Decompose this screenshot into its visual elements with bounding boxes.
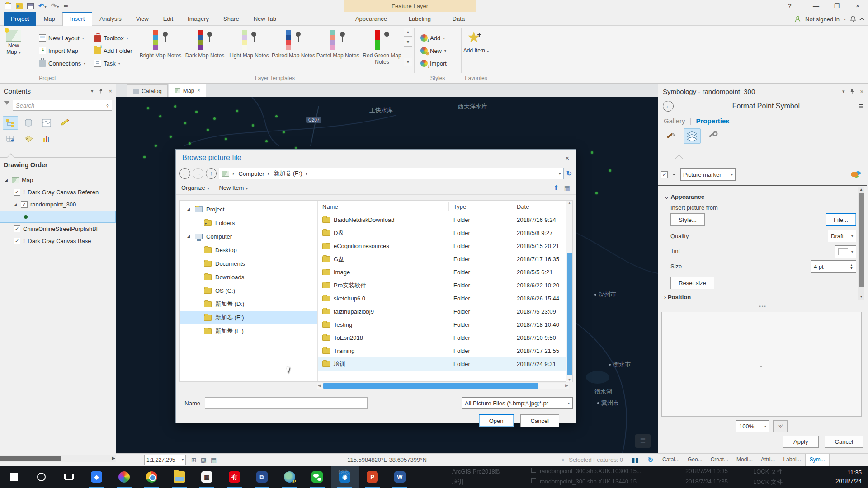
column-header-date[interactable]: Date <box>512 202 566 211</box>
taskbar-icon[interactable] <box>165 466 193 488</box>
file-row[interactable]: Training Folder 2018/7/17 21:55 <box>318 344 572 357</box>
file-row[interactable]: Pro安装软件 Folder 2018/6/22 10:20 <box>318 279 572 292</box>
taskbar-icon[interactable]: ◆ <box>83 466 110 488</box>
taskbar-icon[interactable]: ▦ <box>193 466 221 488</box>
appearance-section-header[interactable]: ⌄ Appearance <box>664 193 704 200</box>
templates-gallery-expand[interactable]: ▼ <box>404 58 412 66</box>
ribbon-small-button[interactable]: Import Map ▾ <box>39 45 78 56</box>
map-overlay-button[interactable]: ☰ <box>635 434 651 448</box>
help-button[interactable]: ? <box>779 0 800 12</box>
taskbar-icon[interactable]: ⧉ <box>248 466 276 488</box>
list-by-drawing-order-icon[interactable] <box>3 116 18 130</box>
forward-button[interactable]: → <box>193 168 203 179</box>
charts-icon[interactable] <box>39 132 54 146</box>
details-view-icon[interactable]: ▦ <box>564 184 570 192</box>
tab-gallery[interactable]: Gallery <box>664 117 685 125</box>
open-button[interactable]: Open <box>479 414 514 427</box>
ribbon-small-button[interactable]: New ▾ <box>420 45 446 56</box>
ribbon-small-button[interactable]: Add ▾ <box>420 33 445 43</box>
ribbon-small-button[interactable]: Import ▾ <box>420 58 447 69</box>
taskbar-icon[interactable] <box>110 466 138 488</box>
select-extent-icon[interactable]: ▩ <box>201 456 207 464</box>
ribbon-tab[interactable]: Map <box>36 12 62 26</box>
folder-tree-row[interactable]: ◢ ◢ Folders <box>180 216 317 230</box>
panel-splitter[interactable]: ▪▪▪ <box>658 304 868 310</box>
properties-scrollbar[interactable]: ▲▼ <box>858 187 864 300</box>
panel-tab[interactable]: Modi... <box>732 454 757 466</box>
pin-icon[interactable] <box>99 88 103 94</box>
ribbon-tab[interactable]: Share <box>216 12 246 26</box>
taskbar-icon[interactable] <box>303 466 331 488</box>
preview-zoom-dropdown[interactable]: 100%▾ <box>736 420 769 432</box>
pause-drawing-button[interactable]: ▮▮ <box>632 456 639 463</box>
templates-scroll-up[interactable]: ▲ <box>404 28 412 37</box>
ribbon-small-button[interactable]: Connections ▾ <box>39 58 85 69</box>
pin-icon[interactable] <box>850 89 854 94</box>
close-button[interactable]: × <box>847 0 868 12</box>
close-panel-icon[interactable]: × <box>108 88 112 94</box>
layer-tree-row[interactable]: ◢ ✓ ! Dark Gray Canvas Referen <box>0 186 116 198</box>
symbology-cancel-button[interactable]: Cancel <box>825 436 863 448</box>
breadcrumb-dropdown-icon[interactable]: ▾ <box>559 171 561 176</box>
panel-tab[interactable]: Sym... <box>805 454 830 466</box>
taskbar-icon[interactable]: 有 <box>221 466 248 488</box>
column-header-name[interactable]: Name <box>318 202 449 211</box>
breadcrumb-computer[interactable]: Computer <box>239 170 264 177</box>
tab-properties[interactable]: Properties <box>696 117 729 125</box>
ribbon-small-button[interactable]: Add Folder ▾ <box>94 45 132 56</box>
file-row[interactable]: G盘 Folder 2018/7/17 16:35 <box>318 253 572 266</box>
symbol-general-brush-icon[interactable] <box>663 128 680 144</box>
layer-template-button[interactable]: Light Map Notes <box>227 28 271 73</box>
point-symbol-swatch[interactable] <box>24 215 28 219</box>
list-vertical-scrollbar[interactable]: ▲ ▼ <box>566 201 572 382</box>
folder-tree-row[interactable]: ◢ ◢ Downloads <box>180 270 317 284</box>
add-item-button[interactable]: ★ Add Item ▾ <box>463 30 489 54</box>
folder-tree-row[interactable]: ◢ ◢ Computer <box>180 230 317 243</box>
new-map-button[interactable]: NewMap ▾ <box>2 29 25 72</box>
close-tab-icon[interactable]: × <box>197 87 200 94</box>
cancel-button[interactable]: Cancel <box>520 414 559 427</box>
panel-tab[interactable]: Geo... <box>684 454 707 466</box>
close-panel-icon[interactable]: × <box>860 88 863 95</box>
edit-pencil-icon[interactable] <box>57 116 72 130</box>
refresh-icon[interactable]: ↻ <box>566 169 572 178</box>
style-button[interactable]: Style... <box>670 213 705 226</box>
file-button[interactable]: File... <box>826 213 856 226</box>
taskbar-icon[interactable] <box>55 466 83 488</box>
refresh-button[interactable]: ↻ <box>647 456 653 464</box>
organize-menu[interactable]: Organize ▾ <box>181 184 209 191</box>
collapse-ribbon-icon[interactable] <box>860 18 864 22</box>
minimize-button[interactable]: — <box>806 0 826 12</box>
ribbon-tab[interactable]: Edit <box>156 12 180 26</box>
symbol-layer-type-dropdown[interactable]: Picture marker▾ <box>680 168 736 181</box>
list-by-selection-icon[interactable] <box>39 116 54 130</box>
style-lock-icon[interactable] <box>851 172 858 177</box>
maximize-button[interactable]: ❐ <box>826 0 847 12</box>
panel-tab[interactable]: Attri... <box>757 454 779 466</box>
panel-tab[interactable]: Label... <box>779 454 805 466</box>
folder-tree-row[interactable]: ◢ ◢ 新加卷 (E:) <box>180 311 317 324</box>
search-input[interactable]: Search ⌕ <box>13 100 112 111</box>
list-horizontal-scrollbar[interactable]: ◀ ▶ <box>317 383 569 389</box>
breadcrumb[interactable]: ▸ Computer ▸ 新加卷 (E:) ▸ ▾ <box>219 168 564 179</box>
folder-tree-row[interactable]: ◢ ◢ Documents <box>180 257 317 270</box>
ribbon-tab[interactable]: New Tab <box>246 12 283 26</box>
taskbar-icon[interactable] <box>138 466 165 488</box>
dialog-close-icon[interactable]: × <box>565 154 569 162</box>
symbol-layers-icon[interactable] <box>684 128 701 144</box>
layer-tree-row[interactable]: ◢ ✓ ! Dark Gray Canvas Base <box>0 235 116 247</box>
taskbar-icon[interactable] <box>0 466 28 488</box>
back-button[interactable]: ← <box>179 168 190 179</box>
folder-tree-row[interactable]: ◢ ◢ Desktop <box>180 243 317 257</box>
file-row[interactable]: ToEsri2018 Folder 2018/7/10 9:50 <box>318 331 572 344</box>
file-type-filter[interactable]: All Picture Files (*.bmp;*.jpg;*.pr▾ <box>462 397 573 409</box>
view-tab[interactable]: Map × <box>169 84 206 97</box>
sign-in-status[interactable]: Not signed in <box>805 16 840 23</box>
layer-checkbox[interactable]: ✓ <box>14 238 20 244</box>
apply-button[interactable]: Apply <box>783 436 819 448</box>
layer-checkbox[interactable]: ✓ <box>21 201 28 208</box>
layer-checkbox[interactable]: ✓ <box>14 189 20 196</box>
layer-checkbox[interactable]: ✓ <box>14 225 20 232</box>
aspect-ratio-button[interactable]: ×∕ <box>773 420 788 432</box>
ribbon-small-button[interactable]: New Layout ▾ <box>39 33 84 43</box>
